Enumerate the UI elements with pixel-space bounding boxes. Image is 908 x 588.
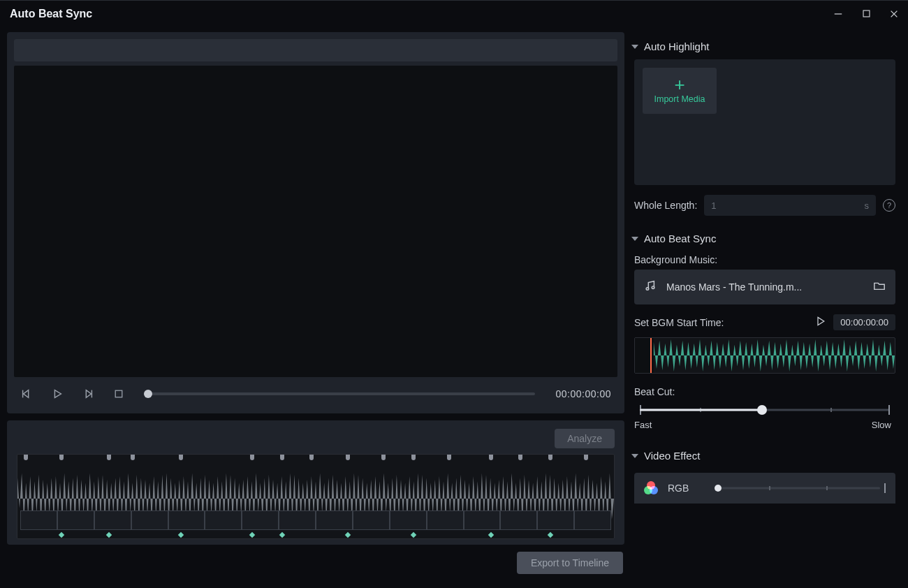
help-icon[interactable]: ?: [883, 199, 895, 212]
svg-marker-11: [631, 237, 638, 241]
section-title: Auto Beat Sync: [644, 233, 716, 244]
slow-label: Slow: [872, 420, 891, 430]
preview-header: [14, 39, 617, 61]
svg-rect-1: [863, 10, 870, 17]
rgb-icon: [644, 481, 658, 495]
bgm-start-time[interactable]: 00:00:00:00: [833, 314, 895, 330]
timecode: 00:00:00:00: [556, 388, 611, 399]
transport-bar: 00:00:00:00: [14, 381, 617, 406]
section-video-effect[interactable]: Video Effect: [630, 443, 895, 469]
video-effect-slider[interactable]: [711, 483, 886, 494]
slider-knob[interactable]: [715, 485, 722, 492]
svg-marker-14: [818, 317, 824, 325]
prev-frame-icon[interactable]: [18, 385, 35, 402]
export-button[interactable]: Export to Timeline: [517, 552, 623, 574]
preview-panel: 00:00:00:00: [7, 32, 624, 413]
window-controls: [833, 8, 900, 20]
import-dropzone[interactable]: + Import Media: [634, 59, 895, 185]
beats-panel: Analyze: [7, 420, 624, 545]
svg-point-12: [646, 288, 649, 291]
svg-marker-16: [631, 454, 638, 458]
section-auto-highlight[interactable]: Auto Highlight: [630, 34, 895, 59]
progress-slider[interactable]: [148, 392, 535, 395]
bgm-waveform[interactable]: [634, 337, 895, 374]
video-effect-item[interactable]: RGB: [634, 473, 895, 504]
bgm-label: Background Music:: [634, 254, 895, 265]
stop-icon[interactable]: [110, 385, 127, 402]
chevron-down-icon: [631, 235, 638, 242]
maximize-icon[interactable]: [861, 8, 872, 20]
slider-knob[interactable]: [757, 405, 767, 415]
fast-label: Fast: [634, 420, 652, 430]
chevron-down-icon: [631, 43, 638, 50]
whole-length-value: 1: [711, 200, 716, 211]
beat-cut-label: Beat Cut:: [634, 386, 895, 397]
window-title: Auto Beat Sync: [10, 8, 92, 20]
whole-length-label: Whole Length:: [634, 200, 697, 211]
beat-segments: [20, 510, 611, 530]
video-preview: [14, 66, 617, 377]
whole-length-unit: s: [865, 200, 870, 211]
bgm-cursor[interactable]: [650, 338, 652, 373]
section-auto-beat-sync[interactable]: Auto Beat Sync: [630, 226, 895, 251]
beat-cut-slider[interactable]: [634, 404, 895, 416]
svg-marker-7: [86, 390, 91, 398]
svg-rect-9: [115, 390, 122, 397]
sidebar-scroll[interactable]: Auto Highlight + Import Media Whole Leng…: [630, 34, 902, 581]
minimize-icon[interactable]: [833, 8, 844, 20]
svg-marker-10: [631, 45, 638, 49]
whole-length-input[interactable]: 1 s: [704, 195, 876, 216]
section-title: Video Effect: [644, 450, 700, 462]
bgm-start-label: Set BGM Start Time:: [634, 317, 724, 328]
bgm-play-icon[interactable]: [815, 316, 826, 330]
import-media-button[interactable]: + Import Media: [643, 68, 717, 114]
svg-marker-4: [24, 390, 29, 398]
svg-point-13: [652, 286, 654, 289]
music-icon: [644, 279, 657, 295]
import-media-label: Import Media: [654, 94, 705, 104]
title-bar: Auto Beat Sync: [0, 0, 908, 27]
next-frame-icon[interactable]: [80, 385, 96, 402]
chevron-down-icon: [631, 453, 638, 460]
svg-marker-6: [54, 390, 61, 398]
progress-knob[interactable]: [144, 390, 152, 398]
section-title: Auto Highlight: [644, 41, 709, 52]
bgm-track-box: Manos Mars - The Tunning.m...: [634, 270, 895, 304]
folder-icon[interactable]: [873, 279, 886, 295]
close-icon[interactable]: [888, 8, 900, 20]
play-icon[interactable]: [49, 385, 66, 402]
video-effect-label: RGB: [668, 483, 689, 494]
analyze-button[interactable]: Analyze: [555, 429, 615, 448]
bgm-track-name: Manos Mars - The Tunning.m...: [666, 281, 863, 293]
plus-icon: +: [674, 78, 684, 91]
beat-waveform[interactable]: [17, 454, 615, 539]
